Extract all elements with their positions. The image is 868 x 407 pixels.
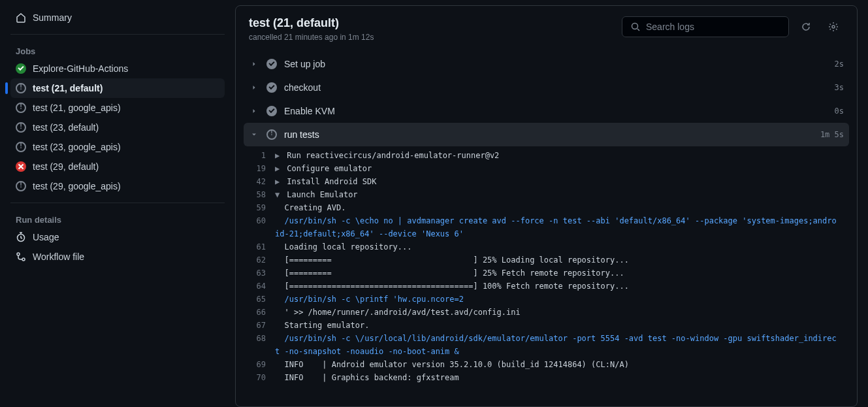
usage-label: Usage [33, 232, 59, 242]
search-logs-input[interactable] [646, 22, 780, 32]
step-name: checkout [284, 82, 828, 93]
log-line-text: [=======================================… [275, 280, 849, 293]
job-label: test (29, google_apis) [33, 181, 121, 191]
job-label: test (21, google_apis) [33, 103, 121, 113]
step-duration: 0s [835, 106, 844, 116]
workflow-file-link[interactable]: Workflow file [10, 247, 225, 267]
job-item[interactable]: test (29, default) [10, 157, 225, 176]
step-row[interactable]: run tests1m 5s [244, 123, 849, 146]
log-line-number: 42 [244, 175, 275, 188]
status-check-icon [266, 59, 278, 69]
svg-point-3 [632, 24, 638, 29]
status-cancelled-icon [266, 129, 278, 140]
job-item[interactable]: test (23, default) [10, 118, 225, 137]
log-line-text: Starting emulator. [275, 319, 849, 332]
job-item[interactable]: test (23, google_apis) [10, 137, 225, 157]
log-line-text: /usr/bin/sh -c \echo no | avdmanager cre… [275, 214, 849, 240]
log-line-number: 19 [244, 162, 275, 175]
job-label: test (29, default) [33, 161, 99, 172]
status-success-icon [16, 63, 26, 74]
log-line-number: 66 [244, 306, 275, 319]
log-line-number: 61 [244, 240, 275, 253]
summary-link[interactable]: Summary [10, 8, 225, 27]
job-heading-block: test (21, default) cancelled 21 minutes … [249, 16, 374, 42]
step-duration: 1m 5s [820, 130, 844, 139]
log-line-text: INFO | Android emulator version 35.2.10.… [275, 358, 849, 371]
log-line-text: Loading local repository... [275, 240, 849, 253]
log-line-number: 60 [244, 214, 275, 240]
log-line-text: [========= ] 25% Fetch remote repository… [275, 267, 849, 280]
log-line[interactable]: 63 [========= ] 25% Fetch remote reposit… [244, 267, 849, 280]
step-row[interactable]: Enable KVM0s [244, 99, 849, 123]
chevron-down-icon [249, 131, 259, 138]
log-line-number: 63 [244, 267, 275, 280]
search-logs-box[interactable] [622, 16, 789, 37]
job-item[interactable]: test (21, google_apis) [10, 98, 225, 118]
settings-button[interactable] [823, 16, 844, 37]
step-row[interactable]: Set up job2s [244, 52, 849, 76]
stopwatch-icon [16, 232, 26, 242]
log-line-text: INFO | Graphics backend: gfxstream [275, 371, 849, 384]
log-line-number: 69 [244, 358, 275, 371]
log-line-number: 68 [244, 332, 275, 358]
log-output: 1▶ Run reactivecircus/android-emulator-r… [244, 146, 849, 384]
log-line[interactable]: 64 [====================================… [244, 280, 849, 293]
log-line-text: ▶ Run reactivecircus/android-emulator-ru… [275, 149, 849, 162]
log-line[interactable]: 70 INFO | Graphics backend: gfxstream [244, 371, 849, 384]
step-duration: 3s [835, 83, 844, 92]
log-line[interactable]: 42▶ Install Android SDK [244, 175, 849, 188]
log-line-text: ' >> /home/runner/.android/avd/test.avd/… [275, 306, 849, 319]
home-icon [16, 12, 26, 23]
workflow-icon [16, 252, 26, 262]
log-line-text: [========= ] 25% Loading local repositor… [275, 253, 849, 267]
log-line[interactable]: 1▶ Run reactivecircus/android-emulator-r… [244, 149, 849, 162]
log-line-number: 62 [244, 253, 275, 267]
log-line-text: ▶ Install Android SDK [275, 175, 849, 188]
log-line[interactable]: 68 /usr/bin/sh -c \/usr/local/lib/androi… [244, 332, 849, 358]
job-label: test (21, default) [33, 83, 103, 93]
step-row[interactable]: checkout3s [244, 76, 849, 99]
log-line-number: 65 [244, 293, 275, 306]
status-cancelled-icon [16, 122, 26, 133]
jobs-heading: Jobs [10, 41, 225, 59]
log-line[interactable]: 62 [========= ] 25% Loading local reposi… [244, 253, 849, 267]
log-line[interactable]: 66 ' >> /home/runner/.android/avd/test.a… [244, 306, 849, 319]
job-item[interactable]: Explore-GitHub-Actions [10, 59, 225, 78]
chevron-right-icon [249, 84, 259, 91]
log-line[interactable]: 19▶ Configure emulator [244, 162, 849, 175]
log-line[interactable]: 58▼ Launch Emulator [244, 188, 849, 201]
status-cancelled-icon [16, 103, 26, 113]
log-line-text: /usr/bin/sh -c \/usr/local/lib/android/s… [275, 332, 849, 358]
log-line[interactable]: 60 /usr/bin/sh -c \echo no | avdmanager … [244, 214, 849, 240]
sidebar: Summary Jobs Explore-GitHub-Actionstest … [0, 0, 235, 407]
log-line[interactable]: 65 /usr/bin/sh -c \printf 'hw.cpu.ncore=… [244, 293, 849, 306]
usage-link[interactable]: Usage [10, 227, 225, 247]
log-line[interactable]: 67 Starting emulator. [244, 319, 849, 332]
svg-point-2 [22, 258, 25, 261]
log-line-number: 1 [244, 149, 275, 162]
job-label: test (23, default) [33, 122, 99, 133]
job-item[interactable]: test (21, default) [10, 78, 225, 98]
step-duration: 2s [835, 59, 844, 69]
divider [10, 203, 225, 203]
log-line-text: /usr/bin/sh -c \printf 'hw.cpu.ncore=2 [275, 293, 849, 306]
status-check-icon [266, 82, 278, 93]
job-title: test (21, default) [249, 16, 374, 30]
log-line[interactable]: 59 Creating AVD. [244, 201, 849, 214]
log-line[interactable]: 61 Loading local repository... [244, 240, 849, 253]
job-item[interactable]: test (29, google_apis) [10, 176, 225, 196]
job-label: test (23, google_apis) [33, 142, 121, 152]
log-line-text: Creating AVD. [275, 201, 849, 214]
search-icon [630, 22, 641, 32]
workflow-label: Workflow file [33, 252, 84, 262]
main-panel-wrapper: test (21, default) cancelled 21 minutes … [235, 0, 868, 407]
step-name: run tests [284, 129, 814, 140]
log-line-text: ▶ Configure emulator [275, 162, 849, 175]
log-line[interactable]: 69 INFO | Android emulator version 35.2.… [244, 358, 849, 371]
log-line-number: 70 [244, 371, 275, 384]
rerun-button[interactable] [796, 16, 816, 37]
job-label: Explore-GitHub-Actions [33, 63, 128, 74]
caret-down-icon: ▼ [275, 188, 282, 201]
run-details-heading: Run details [10, 210, 225, 227]
log-line-number: 67 [244, 319, 275, 332]
